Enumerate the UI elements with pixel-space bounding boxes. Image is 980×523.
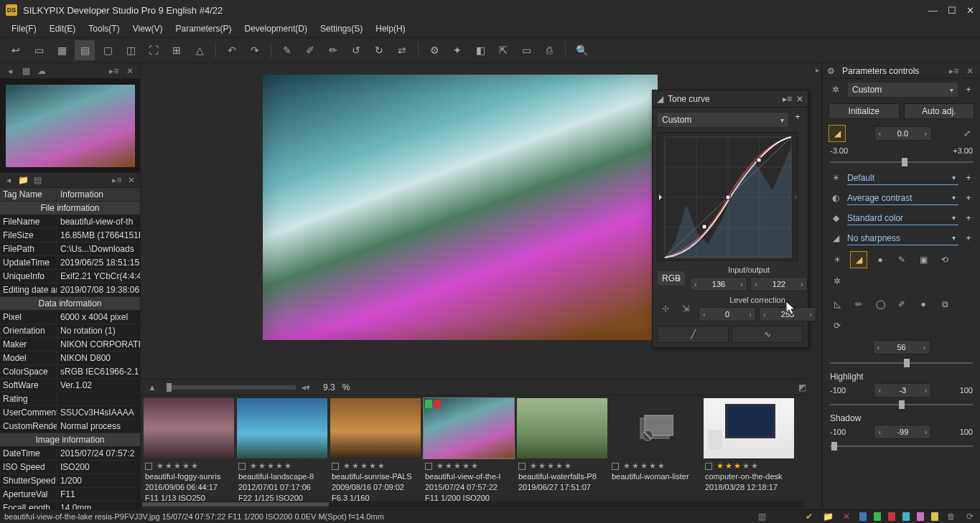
left-chevron2-icon[interactable]: ◂ xyxy=(3,175,14,185)
thumbnail-strip[interactable]: ★★★★★beautiful-foggy-sunris2016/09/06 06… xyxy=(141,395,813,509)
status-folder-icon[interactable]: 📁 xyxy=(822,512,834,522)
star-icon[interactable]: ★ xyxy=(369,461,376,471)
mid-left-icon[interactable]: ‹ xyxy=(874,344,884,352)
tone-add-button[interactable]: + xyxy=(792,112,803,128)
select-checkbox[interactable] xyxy=(518,463,526,470)
sphere-icon[interactable]: ● xyxy=(872,251,889,268)
star-icon[interactable]: ★ xyxy=(276,461,283,471)
exposure-slider[interactable] xyxy=(830,156,973,168)
exposure-spinner[interactable]: ‹ 0.0 › xyxy=(874,126,932,141)
status-dot-red[interactable] xyxy=(888,512,895,521)
rating-stars[interactable]: ★★★★★ xyxy=(424,460,514,471)
hl-slider[interactable] xyxy=(830,399,973,410)
star-icon[interactable]: ★ xyxy=(725,461,732,471)
star-icon[interactable]: ★ xyxy=(454,461,461,471)
drop-icon[interactable]: ● xyxy=(915,296,932,313)
tool-brush1-icon[interactable]: ✎ xyxy=(277,40,297,60)
select-checkbox[interactable] xyxy=(705,463,712,470)
panel-close-icon[interactable]: ✕ xyxy=(124,66,136,76)
tone-curve-panel[interactable]: ◢ Tone curve ▸≡ ✕ Custom + xyxy=(652,90,808,348)
thumb-card[interactable]: ★★★★★computer-on-the-desk2018/03/28 12:1… xyxy=(704,398,794,503)
rating-stars[interactable]: ★★★★★ xyxy=(237,460,327,471)
rotate-icon[interactable]: ⟳ xyxy=(829,317,846,334)
preset-combo[interactable]: Custom xyxy=(847,82,958,98)
thumb-card[interactable]: ★★★★★beautiful-sunrise-PALS2009/08/16 07… xyxy=(330,398,421,503)
tool-brush2-icon[interactable]: ✐ xyxy=(300,40,320,60)
star-icon[interactable]: ★ xyxy=(250,461,257,471)
tone-close-icon[interactable]: ✕ xyxy=(796,94,803,104)
thumb-card[interactable]: ★★★★★beautiful-waterfalls-P82019/06/27 1… xyxy=(517,398,607,503)
tri-icon[interactable]: ◺ xyxy=(829,296,846,313)
star-icon[interactable]: ★ xyxy=(182,461,190,471)
star-icon[interactable]: ★ xyxy=(471,461,478,471)
status-layout-icon[interactable]: ▥ xyxy=(756,512,767,522)
tool-single-icon[interactable]: ▢ xyxy=(98,40,118,60)
star-icon[interactable]: ★ xyxy=(658,461,665,471)
contrast-add-button[interactable]: + xyxy=(963,193,974,203)
spinner-right-icon[interactable]: › xyxy=(921,130,931,138)
status-dot-cyan[interactable] xyxy=(902,512,910,521)
status-dot-pink[interactable] xyxy=(917,512,924,521)
rating-stars[interactable]: ★★★★★ xyxy=(330,460,421,471)
tool-warning-icon[interactable]: △ xyxy=(190,40,210,60)
menu-development[interactable]: Development(D) xyxy=(239,22,313,35)
star-icon[interactable]: ★ xyxy=(530,461,537,471)
gear-icon[interactable]: ⚙ xyxy=(827,66,835,76)
linear-btn[interactable]: ╱ xyxy=(657,326,729,343)
info-icon[interactable]: ▤ xyxy=(32,175,43,185)
status-dot-yellow[interactable] xyxy=(931,512,938,521)
mid-right-icon[interactable]: › xyxy=(920,344,930,352)
star-icon[interactable]: ★ xyxy=(538,461,546,471)
status-dot-green[interactable] xyxy=(874,512,881,521)
thumb-card[interactable]: ★★★★★beautiful-woman-lister xyxy=(610,398,701,503)
menu-view[interactable]: View(V) xyxy=(127,22,169,35)
curve-btn[interactable]: ∿ xyxy=(732,326,803,343)
channel-combo[interactable]: RGB xyxy=(657,270,686,286)
cloud-icon[interactable]: ☁ xyxy=(36,66,47,76)
tool-eraser-icon[interactable]: ◧ xyxy=(470,40,490,60)
panel-close2-icon[interactable]: ✕ xyxy=(126,175,137,185)
histogram-icon[interactable]: ▦ xyxy=(20,66,32,76)
curve-mini-icon[interactable]: ◢ xyxy=(850,251,867,268)
preset-add-button[interactable]: + xyxy=(963,85,974,95)
maximize-icon[interactable]: ☐ xyxy=(948,5,956,16)
input-spinner[interactable]: ‹136› xyxy=(690,277,747,291)
output-spinner[interactable]: ‹122› xyxy=(750,277,808,291)
star-icon[interactable]: ★ xyxy=(564,461,571,471)
select-checkbox[interactable] xyxy=(425,463,432,470)
star-icon[interactable]: ★ xyxy=(649,461,656,471)
star-icon[interactable]: ★ xyxy=(640,461,648,471)
star-icon[interactable]: ★ xyxy=(191,461,198,471)
tool-cog-plus-icon[interactable]: ⚙ xyxy=(424,40,444,60)
star-icon[interactable]: ★ xyxy=(717,461,724,471)
rating-stars[interactable]: ★★★★★ xyxy=(610,460,701,471)
exposure-icon[interactable]: ◢ xyxy=(829,125,846,142)
tool-brush3-icon[interactable]: ✏ xyxy=(323,40,343,60)
tool-back-icon[interactable]: ↩ xyxy=(6,40,26,60)
star-icon[interactable]: ★ xyxy=(267,461,274,471)
star-icon[interactable]: ★ xyxy=(284,461,291,471)
zoom-slider[interactable] xyxy=(167,385,296,390)
tool-swap-icon[interactable]: ⇄ xyxy=(392,40,412,60)
status-check-icon[interactable]: ✔ xyxy=(803,512,815,522)
panel-menu2-icon[interactable]: ▸≡ xyxy=(111,175,123,185)
color-combo[interactable]: Standard color xyxy=(847,211,958,225)
tone-menu-icon[interactable]: ▸≡ xyxy=(783,94,792,104)
status-x-icon[interactable]: ✕ xyxy=(841,512,852,522)
level-hi-spinner[interactable]: ‹255› xyxy=(759,307,816,321)
close-icon[interactable]: ✕ xyxy=(966,5,974,16)
left-chevron-icon[interactable]: ◂ xyxy=(4,66,16,76)
initialize-button[interactable]: Initialize xyxy=(829,103,900,119)
minimize-icon[interactable]: — xyxy=(928,5,938,16)
menu-file[interactable]: File(F) xyxy=(6,22,42,35)
star-icon[interactable]: ★ xyxy=(462,461,470,471)
star-icon[interactable]: ★ xyxy=(360,461,368,471)
move-point-icon[interactable]: ⇲ xyxy=(677,300,694,317)
gear2-icon[interactable]: ✲ xyxy=(829,273,846,290)
sh-slider[interactable] xyxy=(830,440,973,452)
folder-icon[interactable]: 📁 xyxy=(17,175,29,185)
select-checkbox[interactable] xyxy=(332,463,339,470)
status-trash-icon[interactable]: 🗑 xyxy=(946,512,957,522)
tool-revert-icon[interactable]: ↺ xyxy=(346,40,366,60)
color-add-button[interactable]: + xyxy=(963,213,974,223)
